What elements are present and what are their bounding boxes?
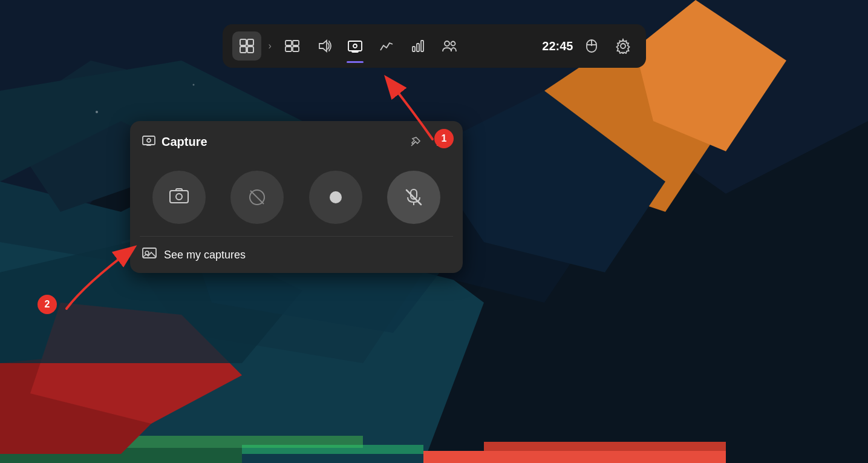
svg-point-34 (353, 44, 357, 48)
svg-rect-26 (247, 47, 253, 53)
svg-point-21 (193, 84, 195, 86)
svg-rect-24 (247, 39, 253, 45)
taskbar-icon-stats[interactable] (405, 33, 431, 59)
taskbar-icon-volume[interactable] (310, 33, 337, 59)
svg-rect-36 (417, 44, 419, 51)
taskbar-icon-screen-capture[interactable] (342, 33, 368, 59)
annotation-badge-2: 2 (38, 295, 57, 314)
svg-rect-35 (413, 47, 415, 51)
svg-rect-37 (421, 41, 423, 51)
svg-rect-15 (242, 445, 423, 454)
svg-point-46 (147, 139, 151, 142)
capture-pin-button[interactable] (406, 132, 425, 151)
svg-rect-27 (286, 41, 292, 45)
taskbar-icon-multitasking[interactable] (279, 33, 305, 59)
capture-footer-text: See my captures (164, 249, 246, 261)
capture-screenshot-button[interactable] (152, 171, 206, 224)
svg-point-38 (445, 41, 449, 46)
capture-see-captures[interactable]: See my captures (130, 237, 463, 273)
taskbar: › (223, 24, 646, 68)
taskbar-icon-users[interactable] (436, 33, 463, 59)
capture-popup: Capture (130, 121, 463, 273)
taskbar-icon-performance[interactable] (373, 33, 400, 59)
capture-popup-title: Capture (162, 135, 400, 149)
taskbar-time: 22:45 (542, 39, 573, 53)
svg-point-55 (330, 191, 342, 203)
capture-buttons-row (130, 159, 463, 236)
svg-rect-45 (146, 145, 151, 146)
capture-no-mic-button[interactable] (387, 171, 440, 224)
annotation-badge-1: 1 (434, 129, 454, 148)
capture-footer-icon (142, 246, 157, 263)
svg-point-39 (451, 42, 455, 46)
svg-point-20 (96, 111, 98, 113)
svg-point-51 (176, 194, 182, 200)
svg-rect-44 (143, 136, 155, 145)
svg-point-43 (621, 44, 625, 48)
svg-marker-31 (319, 41, 327, 51)
svg-rect-33 (352, 51, 358, 52)
taskbar-app-icon[interactable] (232, 31, 261, 61)
svg-rect-23 (240, 39, 246, 45)
taskbar-icon-settings[interactable] (610, 33, 636, 59)
capture-no-snip-button[interactable] (230, 171, 284, 224)
svg-rect-32 (348, 41, 362, 51)
svg-rect-29 (286, 47, 292, 51)
capture-record-button[interactable] (309, 171, 362, 224)
svg-rect-30 (293, 47, 299, 51)
capture-popup-header: Capture (130, 121, 463, 159)
svg-rect-14 (423, 451, 726, 463)
capture-popup-header-icon (142, 134, 155, 150)
svg-rect-52 (176, 189, 182, 191)
svg-rect-25 (240, 47, 246, 53)
taskbar-chevron[interactable]: › (266, 38, 274, 54)
taskbar-icon-mouse[interactable] (578, 33, 605, 59)
svg-line-54 (250, 191, 264, 204)
svg-rect-28 (293, 41, 299, 45)
svg-rect-50 (170, 191, 188, 203)
